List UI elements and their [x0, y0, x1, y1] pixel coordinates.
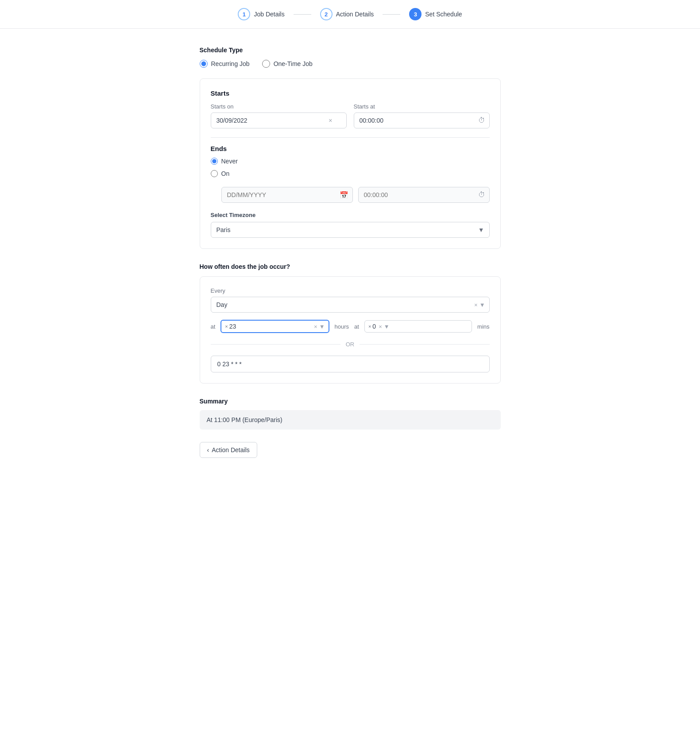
ends-on-option[interactable]: On: [211, 170, 490, 177]
starts-on-clear-icon[interactable]: ×: [329, 117, 332, 124]
starts-on-input-wrapper: ×: [211, 112, 347, 128]
hours-tag-value: 23: [229, 323, 236, 330]
hours-tag-clear[interactable]: ×: [225, 324, 228, 329]
hours-tag: × 23: [225, 323, 236, 330]
ends-time-wrapper: ⏱: [358, 187, 490, 203]
step-divider-2: [383, 14, 400, 15]
hours-label: hours: [335, 323, 349, 330]
step-2-circle: 2: [320, 8, 333, 20]
hours-tag-x[interactable]: ×: [314, 323, 317, 330]
starts-at-label: Starts at: [354, 103, 490, 110]
or-text: OR: [346, 341, 355, 348]
or-line-left: [211, 344, 340, 345]
ends-time-input[interactable]: [358, 187, 490, 203]
timezone-label: Select Timezone: [211, 212, 490, 218]
hours-tag-field[interactable]: [239, 323, 311, 330]
ends-radio-group: Never On 📅 ⏱: [211, 158, 490, 203]
ends-section: Ends Never On 📅: [211, 145, 490, 203]
step-1[interactable]: 1 Job Details: [229, 8, 293, 20]
starts-at-input-wrapper: ⏱: [354, 112, 490, 128]
ends-on-label: On: [221, 170, 230, 177]
mins-tag: × 0: [368, 323, 376, 330]
starts-title: Starts: [211, 89, 490, 97]
onetime-job-radio[interactable]: [262, 60, 270, 68]
mins-tag-clear[interactable]: ×: [368, 324, 371, 329]
step-1-circle: 1: [238, 8, 250, 20]
every-select[interactable]: Day Week Month Hour Minute: [211, 297, 490, 313]
back-button-label: Action Details: [212, 446, 250, 453]
recurring-job-option[interactable]: Recurring Job: [200, 60, 250, 68]
ends-on-radio[interactable]: [211, 170, 218, 177]
mins-label: mins: [477, 323, 489, 330]
onetime-job-option[interactable]: One-Time Job: [262, 60, 313, 68]
step-2[interactable]: 2 Action Details: [311, 8, 383, 20]
every-select-wrapper: Day Week Month Hour Minute × ▼: [211, 297, 490, 313]
back-chevron-icon: ‹: [207, 446, 209, 453]
hours-tag-arrow[interactable]: ▼: [319, 323, 325, 330]
mins-tag-controls: × ▼: [379, 323, 389, 330]
mins-tag-value: 0: [372, 323, 376, 330]
ends-date-group: 📅: [221, 187, 353, 203]
step-3-circle: 3: [409, 8, 422, 20]
recurring-job-label: Recurring Job: [211, 60, 250, 67]
summary-text: At 11:00 PM (Europe/Paris): [200, 410, 501, 430]
hours-tag-input[interactable]: × 23 × ▼: [220, 320, 329, 333]
mins-tag-input[interactable]: × 0 × ▼: [364, 320, 472, 333]
starts-on-label: Starts on: [211, 103, 347, 110]
timezone-select-wrapper: Paris London New York Tokyo UTC ▼: [211, 222, 490, 238]
summary-section: Summary At 11:00 PM (Europe/Paris): [200, 398, 501, 430]
step-3[interactable]: 3 Set Schedule: [400, 8, 471, 20]
schedule-card: Starts Starts on × Starts at ⏱ Ends: [200, 78, 501, 249]
starts-on-input[interactable]: [211, 112, 347, 128]
ends-never-label: Never: [221, 158, 238, 165]
step-divider-1: [294, 14, 311, 15]
schedule-type-title: Schedule Type: [200, 47, 501, 54]
ends-title: Ends: [211, 145, 490, 152]
back-button[interactable]: ‹ Action Details: [200, 442, 257, 458]
at-row: at × 23 × ▼ hours at × 0: [211, 320, 490, 333]
starts-row: Starts on × Starts at ⏱: [211, 103, 490, 128]
hours-tag-controls: × ▼: [314, 323, 325, 330]
starts-at-group: Starts at ⏱: [354, 103, 490, 128]
or-divider: OR: [211, 341, 490, 348]
at-label-2: at: [354, 323, 359, 330]
onetime-job-label: One-Time Job: [274, 60, 313, 67]
mins-tag-x[interactable]: ×: [379, 323, 382, 330]
timezone-section: Select Timezone Paris London New York To…: [211, 212, 490, 238]
every-clear-icon[interactable]: ×: [474, 302, 478, 308]
every-label: Every: [211, 287, 490, 294]
summary-title: Summary: [200, 398, 501, 405]
ends-time-group: ⏱: [358, 187, 490, 203]
mins-tag-arrow[interactable]: ▼: [384, 323, 390, 330]
ends-never-option[interactable]: Never: [211, 158, 490, 165]
ends-on-inputs: 📅 ⏱: [221, 187, 490, 203]
cron-expression-display[interactable]: 0 23 * * *: [211, 356, 490, 372]
frequency-card: Every Day Week Month Hour Minute × ▼ at …: [200, 276, 501, 384]
stepper: 1 Job Details 2 Action Details 3 Set Sch…: [229, 8, 471, 20]
how-often-title: How often does the job occur?: [200, 263, 501, 270]
divider: [211, 137, 490, 138]
step-3-label: Set Schedule: [425, 11, 462, 18]
at-label-1: at: [211, 323, 216, 330]
main-content: Schedule Type Recurring Job One-Time Job…: [191, 29, 510, 484]
or-line-right: [360, 344, 489, 345]
timezone-select[interactable]: Paris London New York Tokyo UTC: [211, 222, 490, 238]
step-1-label: Job Details: [254, 11, 284, 18]
schedule-type-radio-group: Recurring Job One-Time Job: [200, 60, 501, 68]
starts-on-group: Starts on ×: [211, 103, 347, 128]
ends-never-radio[interactable]: [211, 158, 218, 165]
ends-date-input[interactable]: [221, 187, 353, 203]
starts-at-input[interactable]: [354, 112, 490, 128]
stepper-bar: 1 Job Details 2 Action Details 3 Set Sch…: [0, 0, 700, 29]
step-2-label: Action Details: [336, 11, 374, 18]
recurring-job-radio[interactable]: [200, 60, 208, 68]
ends-date-wrapper: 📅: [221, 187, 353, 203]
